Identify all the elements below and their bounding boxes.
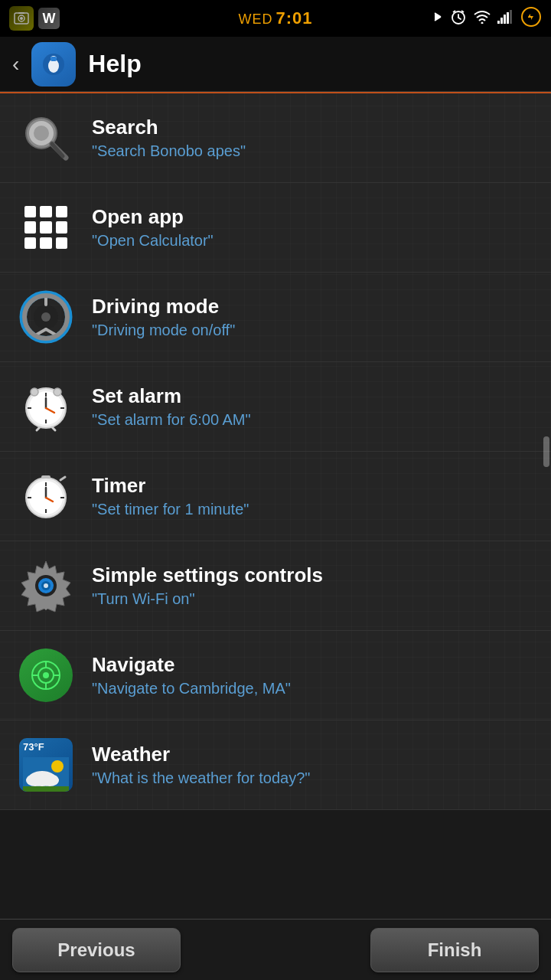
svg-point-9 — [481, 22, 484, 24]
open-app-icon-wrap — [15, 197, 77, 258]
svg-point-71 — [41, 774, 59, 786]
help-list: Search "Search Bonobo apes" Open app "Op… — [0, 93, 551, 810]
status-bar-time: WED7:01 — [238, 8, 312, 28]
alarm-item-subtitle: "Set alarm for 6:00 AM" — [92, 411, 536, 429]
app-grid-icon — [20, 201, 72, 253]
settings-item-title: Simple settings controls — [92, 564, 536, 587]
list-item[interactable]: Set alarm "Set alarm for 6:00 AM" — [0, 362, 551, 452]
navigate-item-text: Navigate "Navigate to Cambridge, MA" — [92, 653, 536, 697]
bluetooth-icon — [432, 8, 444, 28]
svg-point-59 — [44, 583, 48, 588]
list-item[interactable]: Search "Search Bonobo apes" — [0, 93, 551, 183]
navigate-icon-wrap — [15, 645, 77, 706]
weather-icon-wrap: 73°F — [15, 734, 77, 795]
list-item[interactable]: Navigate "Navigate to Cambridge, MA" — [0, 631, 551, 720]
alarm-item-title: Set alarm — [92, 384, 536, 408]
svg-point-31 — [41, 312, 51, 322]
svg-point-2 — [20, 17, 23, 20]
svg-rect-11 — [500, 18, 503, 24]
driving-item-text: Driving mode "Driving mode on/off" — [92, 295, 536, 339]
svg-point-42 — [54, 388, 61, 396]
search-icon-wrap — [15, 107, 77, 168]
alarm-clock-icon — [19, 380, 73, 433]
search-icon — [18, 110, 73, 165]
timer-item-text: Timer "Set timer for 1 minute" — [92, 474, 536, 518]
status-bar-right — [432, 6, 542, 31]
alarm-icon-wrap — [15, 376, 77, 437]
settings-item-text: Simple settings controls "Turn Wi-Fi on" — [92, 564, 536, 608]
svg-rect-72 — [23, 786, 69, 792]
status-bar-left: W — [9, 6, 60, 31]
weather-icon: 73°F — [19, 738, 73, 792]
app-icon — [31, 42, 76, 87]
scroll-indicator — [543, 436, 549, 467]
open-app-item-subtitle: "Open Calculator" — [92, 232, 536, 250]
header: ‹ Help — [0, 37, 551, 92]
driving-item-subtitle: "Driving mode on/off" — [92, 322, 536, 339]
page-title: Help — [88, 50, 141, 78]
svg-rect-13 — [507, 12, 509, 24]
driving-item-title: Driving mode — [92, 295, 536, 318]
gear-icon — [18, 558, 73, 613]
finish-button[interactable]: Finish — [370, 928, 539, 972]
timer-icon-wrap — [15, 466, 77, 527]
navigate-icon — [19, 648, 73, 702]
weather-item-title: Weather — [92, 743, 536, 766]
svg-rect-3 — [18, 12, 24, 14]
previous-button[interactable]: Previous — [12, 928, 181, 972]
navigate-item-title: Navigate — [92, 653, 536, 677]
svg-line-6 — [458, 18, 461, 19]
search-item-subtitle: "Search Bonobo apes" — [92, 142, 536, 160]
settings-icon-wrap — [15, 555, 77, 616]
back-button[interactable]: ‹ — [12, 52, 19, 77]
weather-item-subtitle: "What is the weather for today?" — [92, 769, 536, 787]
svg-rect-14 — [510, 10, 512, 24]
list-item[interactable]: Timer "Set timer for 1 minute" — [0, 452, 551, 541]
wifi-icon — [473, 10, 491, 27]
list-item[interactable]: Simple settings controls "Turn Wi-Fi on" — [0, 541, 551, 631]
widget-w-icon: W — [38, 8, 60, 29]
open-app-item-title: Open app — [92, 205, 536, 229]
svg-line-44 — [52, 427, 55, 430]
status-bar: W WED7:01 — [0, 0, 551, 37]
driving-icon — [18, 289, 73, 345]
navigate-item-subtitle: "Navigate to Cambridge, MA" — [92, 680, 536, 697]
svg-point-41 — [31, 388, 38, 396]
search-item-title: Search — [92, 116, 536, 139]
svg-point-68 — [51, 760, 64, 773]
timer-item-title: Timer — [92, 474, 536, 498]
timer-clock-icon — [19, 469, 73, 523]
svg-line-43 — [37, 427, 40, 430]
svg-rect-10 — [497, 21, 500, 24]
battery-icon — [520, 6, 542, 31]
settings-item-subtitle: "Turn Wi-Fi on" — [92, 590, 536, 608]
timer-item-subtitle: "Set timer for 1 minute" — [92, 501, 536, 518]
svg-rect-53 — [41, 475, 51, 479]
bottom-navigation: Previous Finish — [0, 919, 551, 980]
svg-point-22 — [34, 126, 49, 141]
svg-rect-19 — [51, 57, 57, 61]
alarm-status-icon — [450, 8, 467, 28]
search-item-text: Search "Search Bonobo apes" — [92, 116, 536, 160]
svg-line-54 — [60, 477, 65, 480]
list-item[interactable]: 73°F Weather "What is the weather for to… — [0, 720, 551, 810]
weather-item-text: Weather "What is the weather for today?" — [92, 743, 536, 787]
list-item[interactable]: Open app "Open Calculator" — [0, 183, 551, 273]
widget-photo-icon — [9, 6, 34, 31]
alarm-item-text: Set alarm "Set alarm for 6:00 AM" — [92, 384, 536, 429]
list-item[interactable]: Driving mode "Driving mode on/off" — [0, 273, 551, 362]
open-app-item-text: Open app "Open Calculator" — [92, 205, 536, 250]
signal-icon — [497, 10, 514, 27]
driving-icon-wrap — [15, 286, 77, 348]
svg-rect-12 — [504, 15, 506, 24]
svg-point-62 — [43, 672, 49, 678]
